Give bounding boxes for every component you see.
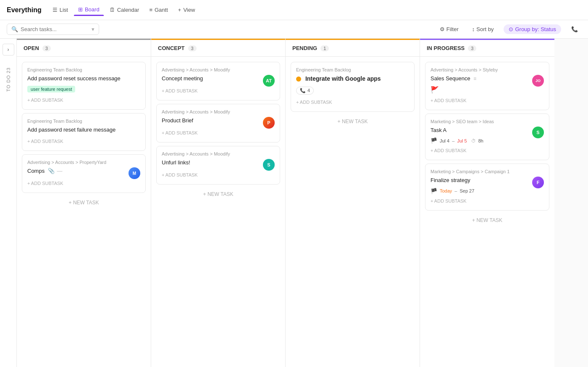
chevron-down-icon: ▾	[92, 26, 94, 32]
timer-icon-ip2: ⏱	[471, 138, 476, 143]
card-concept-3[interactable]: Advertising > Accounts > Moodify Unfurl …	[156, 146, 280, 185]
filter-label: Filter	[446, 26, 459, 32]
nav-gantt-label: Gantt	[155, 7, 168, 13]
card-concept-1-title: Concept meeting	[162, 75, 263, 82]
column-count-open: 3	[42, 45, 51, 51]
card-open-2-title: Add password reset failure message	[27, 126, 140, 134]
list-icon: ☰	[52, 7, 58, 13]
card-concept-3-title: Unfurl links!	[162, 159, 263, 166]
card-concept-1[interactable]: Advertising > Accounts > Moodify Concept…	[156, 62, 280, 100]
add-subtask-open-1[interactable]: + ADD SUBTASK	[27, 96, 140, 104]
nav-gantt[interactable]: ≡ Gantt	[145, 4, 172, 16]
card-open-3-breadcrumb: Advertising > Accounts > PropertyYard	[27, 160, 140, 165]
card-concept-3-header: Unfurl links! S	[162, 159, 275, 171]
column-open: OPEN 3 Engineering Team Backlog Add pass…	[17, 39, 151, 367]
card-ip-3-avatar: F	[532, 177, 544, 188]
column-inprogress: IN PROGRESS 3 Advertising > Accounts > S…	[420, 39, 554, 367]
card-ip-1-title: Sales Sequence ≡	[430, 75, 532, 82]
card-concept-2-header: Product Brief P	[162, 117, 275, 129]
card-concept-3-avatar: S	[263, 159, 275, 171]
search-input[interactable]	[21, 26, 84, 32]
add-subtask-concept-3[interactable]: + ADD SUBTASK	[162, 171, 275, 179]
plus-icon: +	[178, 7, 181, 13]
add-subtask-concept-2[interactable]: + ADD SUBTASK	[162, 129, 275, 137]
column-content-pending: Engineering Team Backlog Integrate with …	[286, 57, 420, 367]
settings-button[interactable]: 📞	[568, 24, 581, 34]
add-subtask-ip-1[interactable]: + ADD SUBTASK	[430, 96, 544, 105]
board-icon: ⊞	[78, 6, 83, 13]
card-pending-1[interactable]: Engineering Team Backlog Integrate with …	[291, 62, 415, 112]
nav-list[interactable]: ☰ List	[48, 4, 72, 16]
card-ip-2-breadcrumb: Marketing > SEO team > Ideas	[430, 119, 544, 124]
search-box[interactable]: 🔍 ▾	[7, 24, 99, 35]
card-pending-1-breadcrumb: Engineering Team Backlog	[296, 67, 409, 72]
add-subtask-open-3[interactable]: + ADD SUBTASK	[27, 179, 140, 187]
card-ip-1-meta: 🚩	[430, 86, 532, 94]
card-open-3[interactable]: Advertising > Accounts > PropertyYard Co…	[22, 154, 146, 193]
nav-list-label: List	[60, 7, 68, 13]
add-subtask-ip-2[interactable]: + ADD SUBTASK	[430, 146, 544, 155]
add-subtask-open-2[interactable]: + ADD SUBTASK	[27, 137, 140, 145]
column-title-pending: PENDING	[292, 45, 317, 51]
card-open-2[interactable]: Engineering Team Backlog Add password re…	[22, 113, 146, 151]
card-concept-2-breadcrumb: Advertising > Accounts > Moodify	[162, 109, 275, 114]
card-ip-3-title: Finalize strategy	[430, 177, 532, 184]
add-subtask-pending-1[interactable]: + ADD SUBTASK	[296, 98, 409, 106]
nav-board[interactable]: ⊞ Board	[74, 4, 104, 16]
group-by-button[interactable]: ⊙ Group by: Status	[504, 24, 561, 34]
column-title-open: OPEN	[24, 45, 39, 51]
list-icon-ip1: ≡	[473, 76, 476, 82]
column-count-pending: 1	[320, 45, 329, 51]
sort-icon: ↕	[472, 26, 475, 32]
new-task-pending[interactable]: + NEW TASK	[291, 115, 415, 128]
card-concept-2-avatar: P	[263, 117, 275, 129]
nav-calendar[interactable]: 🗓 Calendar	[105, 4, 144, 16]
column-concept: CONCEPT 3 Advertising > Accounts > Moodi…	[151, 39, 286, 367]
card-open-1[interactable]: Engineering Team Backlog Add password re…	[22, 62, 146, 110]
sidebar-toggle[interactable]: ›	[3, 44, 14, 55]
card-ip-1-header: Sales Sequence ≡ 🚩 JO	[430, 75, 544, 96]
new-task-open[interactable]: + NEW TASK	[22, 196, 146, 209]
add-subtask-ip-3[interactable]: + ADD SUBTASK	[430, 197, 544, 205]
new-task-concept[interactable]: + NEW TASK	[156, 188, 280, 201]
group-icon: ⊙	[509, 26, 513, 32]
card-open-1-breadcrumb: Engineering Team Backlog	[27, 67, 140, 72]
column-content-open: Engineering Team Backlog Add password re…	[17, 57, 151, 367]
card-open-1-tag: user feature request	[27, 86, 75, 92]
flag-yellow-ip3: 🏴	[430, 188, 437, 194]
priority-dot	[296, 77, 301, 82]
new-task-inprogress[interactable]: + NEW TASK	[425, 214, 549, 227]
card-ip-3-header: Finalize strategy 🏴 Today – Sep 27 F	[430, 177, 544, 196]
phone-badge: 📞 4	[296, 87, 314, 95]
card-open-3-avatar: M	[129, 167, 140, 179]
card-concept-2-title: Product Brief	[162, 117, 263, 124]
card-ip-1-avatar: JO	[532, 75, 544, 87]
column-pending: PENDING 1 Engineering Team Backlog Integ…	[286, 39, 420, 367]
nav-view-label: View	[183, 7, 195, 13]
nav-view[interactable]: + View	[174, 4, 200, 16]
phone-count: 4	[307, 88, 310, 93]
card-ip-1[interactable]: Advertising > Accounts > Styleby Sales S…	[425, 62, 549, 110]
toolbar: 🔍 ▾ ⚙ Filter ↕ Sort by ⊙ Group by: Statu…	[0, 20, 588, 39]
card-ip-3[interactable]: Marketing > Campaigns > Campaign 1 Final…	[425, 164, 549, 210]
column-title-inprogress: IN PROGRESS	[427, 45, 465, 51]
gantt-icon: ≡	[149, 7, 152, 13]
column-header-concept: CONCEPT 3	[151, 39, 285, 57]
calendar-icon: 🗓	[110, 7, 115, 13]
flag-yellow-ip2: 🏴	[430, 137, 437, 144]
sidebar-label: TO DO 23	[6, 67, 11, 92]
card-ip-2-title: Task A	[430, 127, 532, 134]
card-ip-1-breadcrumb: Advertising > Accounts > Styleby	[430, 67, 544, 72]
group-label: Group by: Status	[515, 26, 556, 32]
board: › TO DO 23 OPEN 3 Engineering Team Backl…	[0, 39, 588, 367]
top-nav: Everything ☰ List ⊞ Board 🗓 Calendar ≡ G…	[0, 0, 588, 20]
card-concept-1-avatar: AT	[263, 75, 275, 87]
filter-button[interactable]: ⚙ Filter	[436, 24, 462, 34]
nav-board-label: Board	[85, 6, 100, 13]
card-concept-2[interactable]: Advertising > Accounts > Moodify Product…	[156, 104, 280, 143]
sort-button[interactable]: ↕ Sort by	[469, 24, 497, 34]
card-concept-1-breadcrumb: Advertising > Accounts > Moodify	[162, 67, 275, 72]
add-subtask-concept-1[interactable]: + ADD SUBTASK	[162, 87, 275, 95]
minus-icon: —	[57, 168, 62, 174]
card-ip-2[interactable]: Marketing > SEO team > Ideas Task A 🏴 Ju…	[425, 114, 549, 160]
